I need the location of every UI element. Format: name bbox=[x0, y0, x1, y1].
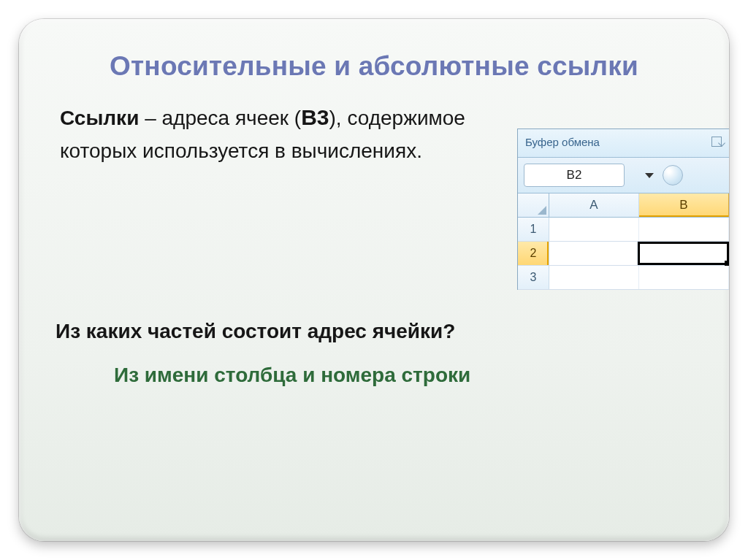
slide-stage: Относительные и абсолютные ссылки Ссылки… bbox=[0, 0, 748, 560]
name-box-row: B2 bbox=[518, 158, 729, 193]
name-box[interactable]: B2 bbox=[524, 164, 625, 187]
row-header-1[interactable]: 1 bbox=[518, 218, 549, 241]
column-header-a[interactable]: A bbox=[549, 193, 639, 217]
question-text: Из каких частей состоит адрес ячейки? bbox=[56, 320, 692, 343]
grid-row-2: 2 bbox=[518, 242, 729, 266]
clipboard-group: Буфер обмена bbox=[518, 129, 729, 158]
row-header-3[interactable]: 3 bbox=[518, 266, 549, 289]
excel-snippet: Буфер обмена B2 A B 1 2 bbox=[517, 129, 729, 290]
select-all-corner[interactable] bbox=[518, 193, 549, 217]
column-header-b[interactable]: B bbox=[639, 193, 729, 217]
cell-b3[interactable] bbox=[639, 266, 729, 289]
row-header-2[interactable]: 2 bbox=[518, 242, 549, 265]
definition-text-1: – адреса ячеек ( bbox=[139, 107, 301, 129]
slide-card: Относительные и абсолютные ссылки Ссылки… bbox=[19, 19, 729, 541]
definition-cellref: В3 bbox=[301, 105, 329, 129]
name-box-dropdown-icon[interactable] bbox=[645, 173, 654, 178]
dialog-launcher-icon[interactable] bbox=[711, 137, 722, 147]
cell-a3[interactable] bbox=[549, 266, 639, 289]
cell-a1[interactable] bbox=[549, 218, 639, 241]
definition-lead: Ссылки bbox=[60, 107, 139, 129]
cell-a2[interactable] bbox=[549, 242, 638, 265]
grid-row-3: 3 bbox=[518, 266, 729, 290]
fx-icon[interactable] bbox=[663, 165, 683, 185]
cell-b1[interactable] bbox=[639, 218, 729, 241]
grid-row-1: 1 bbox=[518, 218, 729, 242]
definition-paragraph: Ссылки – адреса ячеек (В3), содержимое к… bbox=[60, 101, 527, 166]
clipboard-label: Буфер обмена bbox=[525, 136, 711, 148]
cell-b2-active[interactable] bbox=[638, 242, 730, 265]
answer-text: Из имени столбца и номера строки bbox=[114, 364, 692, 387]
column-headers: A B bbox=[518, 193, 729, 218]
slide-title: Относительные и абсолютные ссылки bbox=[56, 51, 692, 82]
